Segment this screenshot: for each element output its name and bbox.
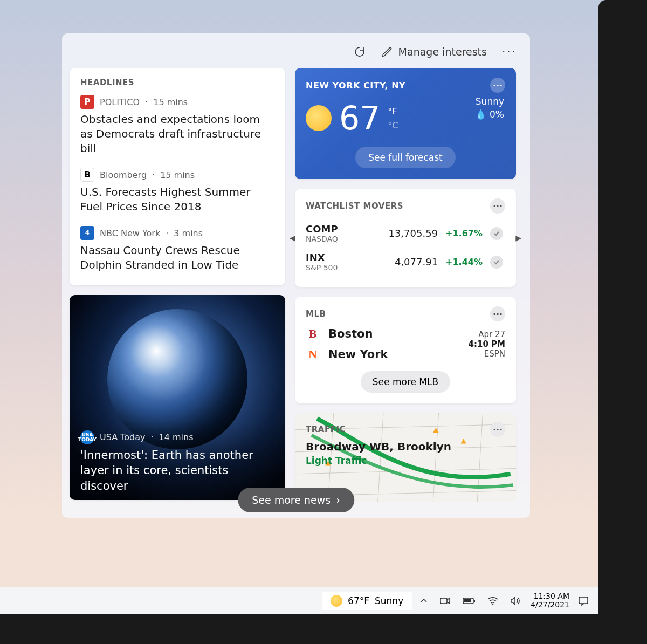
mlb-time: 4:10 PM: [469, 339, 505, 349]
watchlist-next-button[interactable]: ▶: [515, 234, 521, 242]
traffic-card[interactable]: TRAFFIC ··· Broadway WB, Brooklyn Light …: [295, 413, 516, 494]
watchlist-row[interactable]: INX S&P 500 4,077.91 +1.44%: [306, 248, 505, 276]
battery-icon[interactable]: [463, 597, 476, 605]
watchlist-change: +1.67%: [445, 228, 483, 238]
taskbar-clock[interactable]: 11:30 AM 4/27/2021: [531, 592, 569, 609]
dot-sep: ·: [152, 170, 155, 180]
photo-story-card[interactable]: USATODAY USA Today · 14 mins 'Innermost'…: [70, 295, 285, 500]
watchlist-price: 13,705.59: [388, 228, 438, 239]
device-bezel-bottom: [0, 614, 647, 644]
watchlist-name: S&P 500: [306, 263, 387, 272]
panel-toolbar: Manage interests ···: [70, 41, 522, 68]
pencil-icon: [381, 46, 393, 58]
dots-icon: ···: [493, 424, 503, 435]
watchlist-prev-button[interactable]: ◀: [290, 234, 295, 242]
svg-rect-14: [579, 597, 588, 604]
unit-c[interactable]: °C: [388, 119, 398, 131]
traffic-overlay: TRAFFIC ··· Broadway WB, Brooklyn Light …: [306, 422, 505, 466]
mlb-more-button[interactable]: ···: [490, 306, 505, 321]
volume-icon[interactable]: [510, 596, 521, 606]
mlb-teams: B Boston N New York: [306, 327, 388, 361]
mlb-matchup[interactable]: B Boston N New York Apr 27 4:10 PM ESPN: [306, 327, 505, 361]
taskbar-condition: Sunny: [375, 595, 403, 606]
mlb-meta: Apr 27 4:10 PM ESPN: [469, 330, 505, 359]
headline-item[interactable]: P POLITICO · 15 mins Obstacles and expec…: [80, 95, 274, 156]
taskbar-date: 4/27/2021: [531, 601, 569, 609]
svg-rect-9: [440, 598, 447, 604]
traffic-status: Light Traffic: [306, 455, 505, 466]
traffic-title: TRAFFIC: [306, 424, 346, 434]
weather-header: NEW YORK CITY, NY ···: [306, 78, 505, 93]
condition-text: Sunny: [475, 96, 504, 107]
weather-units: °F °C: [388, 106, 398, 131]
weather-more-button[interactable]: ···: [490, 78, 505, 93]
watchlist-header: WATCHLIST MOVERS ···: [306, 198, 505, 214]
tray-chevron-up-icon[interactable]: [419, 597, 428, 605]
dot-sep: ·: [166, 228, 168, 238]
watchlist-more-button[interactable]: ···: [490, 198, 505, 214]
manage-interests-label: Manage interests: [398, 46, 487, 58]
more-options-button[interactable]: ···: [502, 45, 517, 58]
notifications-icon[interactable]: [578, 595, 589, 606]
unit-f[interactable]: °F: [388, 106, 398, 117]
headlines-card: HEADLINES P POLITICO · 15 mins Obstacles…: [70, 68, 285, 285]
precip-text: 0%: [490, 109, 504, 120]
taskbar: 67°F Sunny 11:30 AM 4/27/2021: [0, 587, 598, 614]
see-more-mlb-button[interactable]: See more MLB: [361, 371, 450, 393]
headline-source: POLITICO: [100, 97, 140, 107]
mlb-card: MLB ··· B Boston N New York: [295, 297, 516, 403]
photo-source-row: USATODAY USA Today · 14 mins: [80, 430, 274, 444]
headline-source-row: B Bloomberg · 15 mins: [80, 168, 274, 182]
bloomberg-icon: B: [80, 168, 94, 182]
mlb-date: Apr 27: [469, 330, 505, 339]
photo-age: 14 mins: [159, 432, 194, 442]
politico-icon: P: [80, 95, 94, 109]
svg-rect-12: [474, 600, 475, 602]
weather-condition: Sunny 💧 0%: [475, 96, 504, 122]
device-bezel-right: [598, 0, 647, 644]
right-column: NEW YORK CITY, NY ··· 67 °F °C Sunny: [295, 68, 516, 511]
see-more-news-label: See more news: [252, 494, 331, 506]
watchlist-symbol: COMP: [306, 223, 381, 235]
watchlist-name: NASDAQ: [306, 235, 381, 243]
see-forecast-button[interactable]: See full forecast: [355, 147, 455, 168]
taskbar-time: 11:30 AM: [531, 592, 569, 600]
headline-item[interactable]: 4 NBC New York · 3 mins Nassau County Cr…: [80, 226, 274, 272]
see-more-news-button[interactable]: See more news ›: [238, 488, 354, 512]
droplet-icon: 💧: [475, 109, 486, 120]
nbc-icon: 4: [80, 226, 94, 240]
headline-title: Obstacles and expectations loom as Democ…: [80, 112, 274, 156]
manage-interests-button[interactable]: Manage interests: [381, 46, 487, 58]
traffic-header: TRAFFIC ···: [306, 422, 505, 437]
refresh-button[interactable]: [353, 45, 366, 58]
chevron-right-icon: ›: [336, 494, 340, 506]
redsox-icon: B: [306, 327, 320, 341]
headline-source: Bloomberg: [100, 170, 147, 180]
weather-location: NEW YORK CITY, NY: [306, 80, 405, 91]
traffic-more-button[interactable]: ···: [490, 422, 505, 437]
meet-now-icon[interactable]: [440, 597, 451, 605]
weather-card[interactable]: NEW YORK CITY, NY ··· 67 °F °C Sunny: [295, 68, 516, 179]
svg-rect-11: [464, 599, 471, 602]
refresh-icon: [353, 45, 366, 58]
watchlist-card: ◀ ▶ WATCHLIST MOVERS ··· COMP NASDAQ 13,…: [295, 189, 516, 287]
mlb-network: ESPN: [469, 349, 505, 359]
dot-sep: ·: [150, 432, 153, 442]
sun-icon: [306, 105, 332, 131]
watchlist-check-icon[interactable]: [490, 227, 503, 240]
mlb-title: MLB: [306, 309, 326, 319]
dot-sep: ·: [145, 97, 148, 107]
watchlist-check-icon[interactable]: [490, 256, 503, 269]
mlb-team-row: N New York: [306, 347, 388, 361]
headline-age: 15 mins: [160, 170, 195, 180]
headline-age: 15 mins: [153, 97, 188, 107]
taskbar-temp: 67°F: [348, 595, 369, 606]
svg-point-13: [492, 603, 494, 605]
headline-item[interactable]: B Bloomberg · 15 mins U.S. Forecasts Hig…: [80, 168, 274, 214]
watchlist-row[interactable]: COMP NASDAQ 13,705.59 +1.67%: [306, 219, 505, 248]
headline-source-row: 4 NBC New York · 3 mins: [80, 226, 274, 240]
news-interests-panel: Manage interests ··· HEADLINES P POLITIC…: [62, 33, 530, 518]
taskbar-weather-button[interactable]: 67°F Sunny: [322, 592, 412, 610]
wifi-icon[interactable]: [487, 597, 498, 605]
dots-icon: ···: [493, 201, 503, 211]
